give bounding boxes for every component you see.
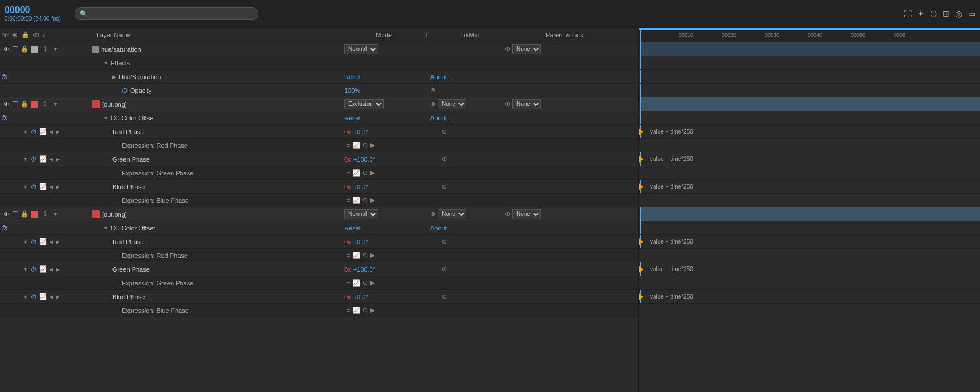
expr-play-g3[interactable]: ▶ xyxy=(370,279,375,287)
parent-select-1[interactable]: None xyxy=(512,44,541,54)
hue-sat-about[interactable]: About... xyxy=(430,73,452,80)
expr-play-b3[interactable]: ▶ xyxy=(370,307,375,314)
expr-loop-r3[interactable]: ⊙ xyxy=(363,252,368,259)
expr-eq-icon[interactable]: = xyxy=(347,142,350,149)
rp-label-3: Red Phase xyxy=(112,238,143,245)
gp-expand-2[interactable]: ▼ xyxy=(23,156,28,162)
search-input[interactable] xyxy=(75,7,258,20)
solo-toggle-1[interactable] xyxy=(13,46,18,52)
red-phase-row-3: ▼ ⏱ 📈 ◀ ▶ Red Phase 0x +0,0° ⊚ xyxy=(0,235,638,249)
parent-cell-2: ⊚ None xyxy=(505,99,620,109)
tool-circle-icon[interactable]: ◎ xyxy=(955,9,962,18)
expr-icons-blue-2: = 📈 ⊙ ▶ xyxy=(347,197,375,204)
tool-square-icon[interactable]: ▭ xyxy=(968,9,975,18)
gp-stopwatch-3[interactable]: ⏱ xyxy=(30,266,37,273)
hue-sat-reset[interactable]: Reset xyxy=(344,73,361,80)
parent-select-2[interactable]: None xyxy=(512,99,541,109)
expand-3[interactable]: ▼ xyxy=(53,211,58,217)
expr-loop-g3[interactable]: ⊙ xyxy=(363,279,368,287)
expr-loop-b3[interactable]: ⊙ xyxy=(363,307,368,314)
tool-select-icon[interactable]: ⛶ xyxy=(904,9,912,18)
tool-camera-icon[interactable]: ⬡ xyxy=(930,9,937,18)
gp-graph-2[interactable]: 📈 xyxy=(39,155,47,163)
visibility-toggle-1[interactable]: 👁 xyxy=(2,46,10,53)
lock-3[interactable]: 🔒 xyxy=(21,210,29,218)
rp-graph-2[interactable]: 📈 xyxy=(39,128,47,135)
parent-select-3[interactable]: None xyxy=(512,209,541,219)
gp-name-cell-3: Green Phase xyxy=(92,266,344,273)
cc-about-2[interactable]: About... xyxy=(430,115,452,121)
expr-play-r3[interactable]: ▶ xyxy=(370,252,375,259)
tl-row-rp2: value + time*250 xyxy=(639,125,980,139)
lock-2[interactable]: 🔒 xyxy=(21,100,29,108)
expr-play-icon-b[interactable]: ▶ xyxy=(370,197,375,204)
bp-graph-3[interactable]: 📈 xyxy=(39,293,47,300)
expr-eq-b3[interactable]: = xyxy=(347,307,350,314)
rp-stopwatch-2[interactable]: ⏱ xyxy=(30,128,37,135)
expr-graph-g3[interactable]: 📈 xyxy=(352,279,360,287)
rp-graph-3[interactable]: 📈 xyxy=(39,238,47,245)
bp-expand-3[interactable]: ▼ xyxy=(23,294,28,300)
expr-loop-icon[interactable]: ⊙ xyxy=(363,142,368,149)
tool-shape-icon[interactable]: ✦ xyxy=(917,9,924,18)
bp-expand-2[interactable]: ▼ xyxy=(23,184,28,190)
bp-stopwatch-2[interactable]: ⏱ xyxy=(30,183,37,190)
layer-thumb-3 xyxy=(92,210,100,218)
solo-toggle-3[interactable] xyxy=(13,211,18,217)
tl-row-expr-bp2 xyxy=(639,194,980,207)
bp-graph-2[interactable]: 📈 xyxy=(39,183,47,190)
visibility-toggle-2[interactable]: 👁 xyxy=(2,101,10,108)
cc-offset-expand-3[interactable]: ▼ xyxy=(103,225,108,231)
tool-grid-icon[interactable]: ⊞ xyxy=(943,9,950,18)
expr-graph-icon-b[interactable]: 📈 xyxy=(352,197,360,204)
expr-graph-b3[interactable]: 📈 xyxy=(352,307,360,314)
trkmat-select-3[interactable]: None xyxy=(438,209,466,219)
hue-sat-expand[interactable]: ▶ xyxy=(112,74,116,80)
tl-value-gp2: value + time*250 xyxy=(650,156,693,162)
lock-1[interactable]: 🔒 xyxy=(21,45,29,53)
cc-offset-label-2: CC Color Offset xyxy=(111,115,155,121)
expr-red-name-2: Expression: Red Phase xyxy=(92,142,344,149)
rp-stopwatch-3[interactable]: ⏱ xyxy=(30,238,37,245)
blue-phase-row-3: ▼ ⏱ 📈 ◀ ▶ Blue Phase 0x +0,0° ⊚ xyxy=(0,290,638,304)
effects-expand-1[interactable]: ▼ xyxy=(103,60,108,66)
expr-loop-icon-g[interactable]: ⊙ xyxy=(363,169,368,177)
expr-loop-icon-b[interactable]: ⊙ xyxy=(363,197,368,204)
visibility-toggle-3[interactable]: 👁 xyxy=(2,211,10,218)
rp-expand-2[interactable]: ▼ xyxy=(23,129,28,135)
expr-eq-r3[interactable]: = xyxy=(347,252,350,259)
cc-offset-expand-2[interactable]: ▼ xyxy=(103,115,108,121)
solo-toggle-2[interactable] xyxy=(13,101,18,107)
bp-stopwatch-3[interactable]: ⏱ xyxy=(30,293,37,300)
bp-value2-2: +0,0° xyxy=(353,183,368,190)
bp-arrow-3: ◀ xyxy=(49,294,53,300)
cc-about-3[interactable]: About... xyxy=(430,225,452,232)
expr-eq-icon-b[interactable]: = xyxy=(347,197,350,204)
cc-reset-3[interactable]: Reset xyxy=(344,225,361,232)
expr-eq-icon-g[interactable]: = xyxy=(347,170,350,177)
playhead-marker[interactable] xyxy=(640,28,641,42)
trkmat-select-2[interactable]: None xyxy=(438,99,466,109)
expr-eq-g3[interactable]: = xyxy=(347,280,350,287)
expr-play-icon[interactable]: ▶ xyxy=(370,142,375,149)
gp-graph-3[interactable]: 📈 xyxy=(39,265,47,273)
expr-graph-icon-g[interactable]: 📈 xyxy=(352,169,360,177)
expand-1[interactable]: ▼ xyxy=(53,46,58,52)
expand-2[interactable]: ▼ xyxy=(53,101,58,107)
expr-play-icon-g[interactable]: ▶ xyxy=(370,169,375,177)
mode-select-2[interactable]: Exclusion xyxy=(344,99,384,109)
layer-name-2: [out.png] xyxy=(102,101,127,108)
opacity-stopwatch[interactable]: ⏱ xyxy=(122,87,128,94)
expr-graph-icon[interactable]: 📈 xyxy=(352,142,360,149)
rp-expand-3[interactable]: ▼ xyxy=(23,239,28,245)
mode-select-1[interactable]: Normal xyxy=(344,44,378,54)
gp-stopwatch-2[interactable]: ⏱ xyxy=(30,156,37,163)
gp-expand-3[interactable]: ▼ xyxy=(23,266,28,272)
expr-graph-r3[interactable]: 📈 xyxy=(352,252,360,259)
gp-arrow-3: ◀ xyxy=(49,266,53,272)
bp-value-3: 0x xyxy=(344,293,351,300)
mode-select-3[interactable]: Normal xyxy=(344,209,378,219)
rp-name-cell-2: Red Phase xyxy=(92,128,344,135)
cc-reset-2[interactable]: Reset xyxy=(344,115,361,121)
toolbar: 00000 0:00:00:00 (24.00 fps) ⛶ ✦ ⬡ ⊞ ◎ ▭ xyxy=(0,0,980,28)
